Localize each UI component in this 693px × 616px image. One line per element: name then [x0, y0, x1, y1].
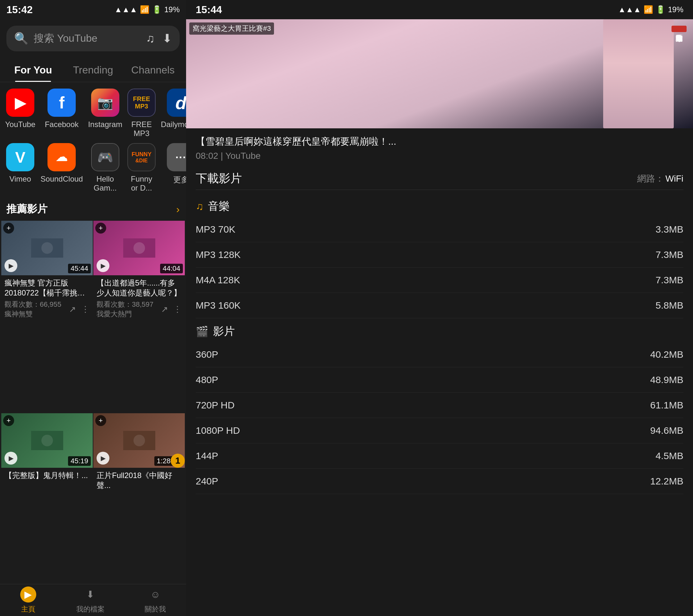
freemp3-icon: FREE MP3	[127, 88, 156, 117]
soundcloud-icon: ☁	[47, 143, 76, 171]
more-icon-1[interactable]: ⋮	[81, 304, 90, 314]
tab-for-you[interactable]: For You	[3, 57, 63, 82]
tab-channels[interactable]: Channels	[123, 57, 183, 82]
nav-home-label: 主頁	[21, 604, 35, 614]
nav-home[interactable]: ▶ 主頁	[20, 587, 36, 614]
add-button-1[interactable]: +	[3, 223, 14, 234]
video-card-1[interactable]: + ▶ 45:44 瘋神無雙 官方正版 20180722【楊千霈挑戰無... 觀…	[1, 221, 93, 413]
video-channel-2: 我愛大熱門	[97, 309, 153, 319]
share-icon-2[interactable]: ↗	[161, 304, 168, 314]
channel-dailymotion[interactable]: d Dailymotion	[161, 88, 186, 138]
channel-youtube[interactable]: ▶ YouTube	[5, 88, 35, 138]
preview-overlay-text: 窩光梁藝之大胃王比賽#3	[189, 22, 274, 35]
right-panel: 15:44 ▲▲▲ 📶 🔋 19% 這些泳衣你敢給女兒穿嗎 窩光梁藝之大胃王比賽…	[186, 0, 693, 616]
music-category-row: ♫ 音樂	[196, 193, 684, 217]
format-mp3-70k[interactable]: MP3 70K 3.3MB	[196, 217, 684, 242]
instagram-icon: 📷	[91, 88, 119, 117]
dailymotion-icon: d	[167, 88, 186, 117]
format-m4a-128k[interactable]: M4A 128K 7.3MB	[196, 267, 684, 293]
funnyordie-label: Funny or D...	[127, 175, 156, 193]
video-actions-1: ↗ ⋮	[69, 304, 90, 314]
video-title-1: 瘋神無雙 官方正版 20180722【楊千霈挑戰無...	[4, 278, 90, 298]
more-icon: ···	[167, 143, 186, 171]
download-icon[interactable]: ⬇	[162, 32, 172, 45]
recommended-arrow[interactable]: ›	[176, 203, 180, 215]
video-info-4: 正片Full2018《中國好聲...	[93, 468, 185, 492]
video-card-2[interactable]: + ▶ 44:04 【出道都過5年......有多少人知道你是藝人呢？】 觀看次…	[93, 221, 185, 413]
svg-point-3	[134, 242, 145, 254]
nav-files-label: 我的檔案	[76, 604, 104, 614]
format-size-144p: 4.5MB	[655, 451, 684, 461]
left-status-icons: ▲▲▲ 📶 🔋 19%	[115, 5, 180, 14]
badge-num-4: 1	[171, 454, 185, 468]
channel-instagram[interactable]: 📷 Instagram	[88, 88, 122, 138]
format-240p[interactable]: 240P 12.2MB	[196, 469, 684, 494]
network-label: 網路：	[637, 174, 664, 183]
format-mp3-128k[interactable]: MP3 128K 7.3MB	[196, 242, 684, 267]
recommended-title: 推薦影片	[6, 202, 47, 216]
recommended-section-header: 推薦影片 ›	[0, 199, 186, 221]
add-button-2[interactable]: +	[95, 223, 106, 234]
right-status-icons: ▲▲▲ 📶 🔋 19%	[618, 5, 684, 14]
video-meta-2: 觀看次數：38,597 我愛大熱門 ↗ ⋮	[97, 300, 182, 319]
nav-files[interactable]: ⬇ 我的檔案	[76, 587, 104, 614]
video-card-4[interactable]: + ▶ 1:28:56 1 正片Full2018《中國好聲...	[93, 413, 185, 584]
duration-1: 45:44	[68, 264, 91, 273]
video-thumb-1: + ▶ 45:44	[1, 221, 93, 275]
play-button-4[interactable]: ▶	[97, 452, 110, 464]
format-360p[interactable]: 360P 40.2MB	[196, 342, 684, 367]
format-1080p-hd[interactable]: 1080P HD 94.6MB	[196, 418, 684, 443]
format-720p-hd[interactable]: 720P HD 61.1MB	[196, 393, 684, 418]
channel-freemp3[interactable]: FREE MP3 FREE MP3	[127, 88, 156, 138]
video-actions-2: ↗ ⋮	[161, 304, 182, 314]
channel-hellogame[interactable]: 🎮 Hello Gam...	[88, 143, 122, 193]
share-icon-1[interactable]: ↗	[69, 304, 76, 314]
format-name-720p-hd: 720P HD	[196, 400, 235, 411]
add-button-3[interactable]: +	[3, 415, 14, 426]
right-status-bar: 15:44 ▲▲▲ 📶 🔋 19%	[186, 0, 693, 19]
play-button-1[interactable]: ▶	[4, 259, 17, 272]
svg-point-7	[134, 435, 145, 446]
format-name-mp3-128k: MP3 128K	[196, 249, 241, 260]
video-title-row: 【雪碧皇后啊妳這樣穿歷代皇帝都要罵崩啦！... 08:02 | YouTube	[186, 128, 693, 164]
svg-point-5	[41, 435, 53, 446]
battery-icon: 🔋	[152, 5, 162, 14]
play-button-3[interactable]: ▶	[4, 452, 17, 464]
channel-facebook[interactable]: f Facebook	[40, 88, 83, 138]
right-battery-percent: 19%	[668, 5, 684, 14]
tab-trending[interactable]: Trending	[63, 57, 123, 82]
more-icon-2[interactable]: ⋮	[173, 304, 182, 314]
video-formats-list: 360P 40.2MB 480P 48.9MB 720P HD 61.1MB 1…	[196, 342, 684, 494]
preview-background: 這些泳衣你敢給女兒穿嗎 窩光梁藝之大胃王比賽#3	[186, 19, 693, 128]
video-info-3: 【完整版】鬼月特輯！...	[1, 468, 93, 481]
format-name-240p: 240P	[196, 476, 218, 487]
channel-vimeo[interactable]: V Vimeo	[5, 143, 35, 193]
video-views-1: 觀看次數：66,955	[4, 300, 61, 309]
music-formats-list: MP3 70K 3.3MB MP3 128K 7.3MB M4A 128K 7.…	[196, 217, 684, 318]
right-wifi-icon: 📶	[644, 5, 653, 14]
channel-more[interactable]: ··· 更多	[161, 143, 186, 193]
format-name-480p: 480P	[196, 374, 218, 385]
format-144p[interactable]: 144P 4.5MB	[196, 443, 684, 469]
video-card-3[interactable]: + ▶ 45:19 【完整版】鬼月特輯！...	[1, 413, 93, 584]
format-size-360p: 40.2MB	[650, 349, 684, 360]
video-preview[interactable]: 這些泳衣你敢給女兒穿嗎 窩光梁藝之大胃王比賽#3	[186, 19, 693, 128]
duration-2: 44:04	[160, 264, 183, 273]
search-input[interactable]: 搜索 YouTube	[34, 32, 141, 45]
right-battery-icon: 🔋	[656, 5, 666, 14]
music-note-icon[interactable]: ♫	[146, 32, 155, 45]
add-button-4[interactable]: +	[95, 415, 106, 426]
bottom-nav: ▶ 主頁 ⬇ 我的檔案 ☺ 關於我	[0, 584, 186, 616]
format-480p[interactable]: 480P 48.9MB	[196, 367, 684, 393]
video-thumb-3: + ▶ 45:19	[1, 413, 93, 468]
channel-soundcloud[interactable]: ☁ SoundCloud	[40, 143, 83, 193]
format-size-240p: 12.2MB	[650, 476, 684, 487]
facebook-icon: f	[47, 88, 76, 117]
right-signal-icon: ▲▲▲	[618, 5, 641, 14]
nav-about[interactable]: ☺ 關於我	[145, 587, 166, 614]
search-bar[interactable]: 🔍 搜索 YouTube ♫ ⬇	[6, 26, 180, 51]
format-mp3-160k[interactable]: MP3 160K 5.8MB	[196, 293, 684, 318]
format-name-144p: 144P	[196, 451, 218, 461]
play-button-2[interactable]: ▶	[97, 259, 110, 272]
channel-funnyordie[interactable]: FUNNY &DIE Funny or D...	[127, 143, 156, 193]
